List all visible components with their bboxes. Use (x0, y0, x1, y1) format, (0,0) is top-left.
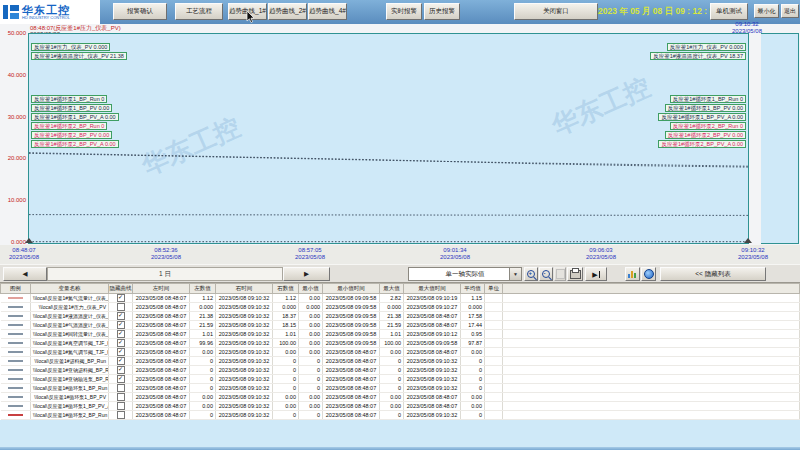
exit-button[interactable]: 退出 (781, 4, 799, 18)
pen-value-box: 反应釜1#循环泵1_BP_Run 0 (670, 95, 746, 103)
right-cursor-pen-labels-bottom: 反应釜1#循环泵1_BP_Run 0反应釜1#循环泵1_BP_PV 0.00反应… (658, 95, 746, 149)
pen-table-row[interactable]: \\local\反应釜1#进料阀_BP_Run✓2023/05/08 08:48… (1, 357, 800, 366)
pen-table-row[interactable]: \\local\反应釜1#循环泵2_BP_Run2023/05/08 08:48… (1, 411, 800, 420)
hide-curve-checkbox-checked[interactable]: ✓ (117, 312, 125, 320)
cell-max: 1.01 (380, 330, 404, 339)
right-cursor-pen-labels-top: 反应釜1#压力_仪表_PV 0.000反应釜1#液温温度计_仪表_PV 18.3… (650, 43, 746, 61)
cell-rv: 0 (273, 384, 299, 393)
hide-curve-checkbox-checked[interactable]: ✓ (117, 330, 125, 338)
trend-curve-2-button[interactable]: 趋势曲线_2# (268, 3, 307, 20)
cell-lv: 0 (190, 375, 216, 384)
history-alarm-button[interactable]: 历史报警 (424, 3, 460, 20)
alarm-ack-button[interactable]: 报警确认 (113, 3, 167, 20)
pen-value-box: 反应釜1#循环泵1_BP_PV_A 0.00 (658, 113, 746, 121)
variable-name: \\local\反应釜1#回转流量计_仪表_PV (31, 330, 109, 339)
hide-curve-checkbox[interactable] (117, 411, 125, 419)
axis-mode-dropdown[interactable]: 单一轴实际值 ▼ (408, 267, 522, 281)
pen-table-row[interactable]: \\local\反应釜1#气温温度计_仪表_PV✓2023/05/08 08:4… (1, 321, 800, 330)
x-tick-label: 09:06:032023/05/08 (569, 247, 633, 261)
copy-button[interactable] (554, 267, 566, 281)
pen-table-row[interactable]: \\local\反应釜1#亚钠输送泵_BP_Run✓2023/05/08 08:… (1, 375, 800, 384)
time-range-track[interactable]: 1 日 (47, 267, 283, 281)
hide-curve-checkbox[interactable] (117, 384, 125, 392)
cell-rt: 2023/05/08 09:10:32 (216, 393, 273, 402)
hide-curve-checkbox-checked[interactable]: ✓ (117, 348, 125, 356)
hide-curve-checkbox[interactable] (117, 393, 125, 401)
right-cursor-gutter[interactable] (748, 33, 761, 244)
pen-table-row[interactable]: \\local\反应釜1#真空调节阀_TJF_KD_PV✓2023/05/08 … (1, 339, 800, 348)
pen-color-line (8, 396, 23, 398)
cell-rt: 2023/05/08 09:10:32 (216, 411, 273, 420)
network-button[interactable] (641, 267, 656, 281)
cell-max: 100.00 (380, 339, 404, 348)
pen-color-line (8, 378, 23, 380)
hide-curve-checkbox-checked[interactable]: ✓ (117, 375, 125, 383)
hide-curve-checkbox-checked[interactable]: ✓ (117, 339, 125, 347)
close-window-button[interactable]: 关闭窗口 (514, 3, 598, 20)
cell-unit (485, 384, 503, 393)
cell-avg: 0 (461, 357, 485, 366)
cell-rv: 0 (273, 375, 299, 384)
cell-min: 0.00 (299, 339, 323, 348)
cell-min: 0 (299, 411, 323, 420)
hide-curve-checkbox[interactable] (117, 402, 125, 410)
pen-table-row[interactable]: \\local\反应釜1#液温温度计_仪表_PV✓2023/05/08 08:4… (1, 312, 800, 321)
pen-table-row[interactable]: \\local\反应釜1#循环泵1_BP_Run2023/05/08 08:48… (1, 384, 800, 393)
hide-curve-checkbox-checked[interactable]: ✓ (117, 366, 125, 374)
pen-table-row[interactable]: \\local\反应釜1#亚钠进料阀_BP_Run✓2023/05/08 08:… (1, 366, 800, 375)
cell-lv: 0.00 (190, 402, 216, 411)
cell-unit (485, 348, 503, 357)
column-header: 变量名称 (31, 284, 109, 294)
cell-lv: 0.00 (190, 348, 216, 357)
pen-table-row[interactable]: \\local\反应釜1#循环泵1_BP_PV2023/05/08 08:48:… (1, 393, 800, 402)
realtime-alarm-button[interactable]: 实时报警 (386, 3, 422, 20)
cell-mint: 2023/05/08 09:09:58 (323, 303, 380, 312)
pen-table-row[interactable]: \\local\反应釜1#氮气流量计_仪表_PV✓2023/05/08 08:4… (1, 294, 800, 303)
cell-rt: 2023/05/08 09:10:32 (216, 303, 273, 312)
hide-curve-checkbox-checked[interactable]: ✓ (117, 321, 125, 329)
left-cursor-pen-labels-top: 反应釜1#压力_仪表_PV 0.000反应釜1#液温温度计_仪表_PV 21.3… (31, 43, 127, 61)
trend-curve-4-button[interactable]: 趋势曲线_4# (308, 3, 347, 20)
zoom-in-button[interactable]: + (524, 267, 538, 281)
process-flow-button[interactable]: 工艺流程 (175, 3, 223, 20)
report-button[interactable] (625, 267, 640, 281)
report-icon (628, 270, 637, 278)
x-tick-label: 09:10:322023/05/08 (721, 247, 785, 261)
hide-curve-checkbox-checked[interactable]: ✓ (117, 294, 125, 302)
cell-lv: 0 (190, 411, 216, 420)
cell-rt: 2023/05/08 09:10:32 (216, 402, 273, 411)
cell-rv: 0.00 (273, 402, 299, 411)
play-to-end-button[interactable]: ▶ (585, 267, 607, 281)
cell-lt: 2023/05/08 08:48:07 (133, 303, 190, 312)
cell-mint: 2023/05/08 09:09:58 (323, 321, 380, 330)
arrow-right-icon: ▶ (304, 270, 309, 278)
hide-curve-checkbox-checked[interactable]: ✓ (117, 357, 125, 365)
right-cursor-handle[interactable] (744, 238, 752, 243)
chevron-down-icon[interactable]: ▼ (509, 268, 521, 280)
hide-list-button[interactable]: << 隐藏列表 (660, 267, 766, 281)
cell-max: 0 (380, 366, 404, 375)
cell-lv: 1.12 (190, 294, 216, 303)
pen-table-row[interactable]: \\local\反应釜1#氮气调节阀_TJF_KD_PV✓2023/05/08 … (1, 348, 800, 357)
minimize-button[interactable]: 最小化 (754, 4, 779, 18)
scroll-right-button[interactable]: ▶ (283, 267, 330, 281)
cell-rt: 2023/05/08 09:10:32 (216, 348, 273, 357)
pen-table-row[interactable]: \\local\反应釜1#压力_仪表_PV2023/05/08 08:48:07… (1, 303, 800, 312)
left-cursor-handle[interactable] (25, 238, 33, 243)
cell-max: 0 (380, 384, 404, 393)
hide-curve-checkbox[interactable] (117, 303, 125, 311)
cell-min: 0.00 (299, 312, 323, 321)
cell-mint: 2023/05/08 08:48:07 (323, 357, 380, 366)
title-bar: 华东工控 HD INDUSTRY CONTROL 报警确认 工艺流程 趋势曲线_… (0, 0, 800, 25)
print-button[interactable] (567, 267, 583, 281)
standalone-test-button[interactable]: 单机测试 (710, 3, 748, 20)
cell-max: 21.38 (380, 312, 404, 321)
pen-table-row[interactable]: \\local\反应釜1#回转流量计_仪表_PV✓2023/05/08 08:4… (1, 330, 800, 339)
pen-table-row[interactable]: \\local\反应釜1#循环泵1_BP_PV_A2023/05/08 08:4… (1, 402, 800, 411)
cell-avg: 17.44 (461, 321, 485, 330)
cell-maxt: 2023/05/08 09:10:19 (404, 294, 461, 303)
column-header: 最小值 (299, 284, 323, 294)
scroll-left-button[interactable]: ◀ (3, 267, 47, 281)
cell-rv: 0.00 (273, 348, 299, 357)
zoom-out-button[interactable]: - (539, 267, 553, 281)
